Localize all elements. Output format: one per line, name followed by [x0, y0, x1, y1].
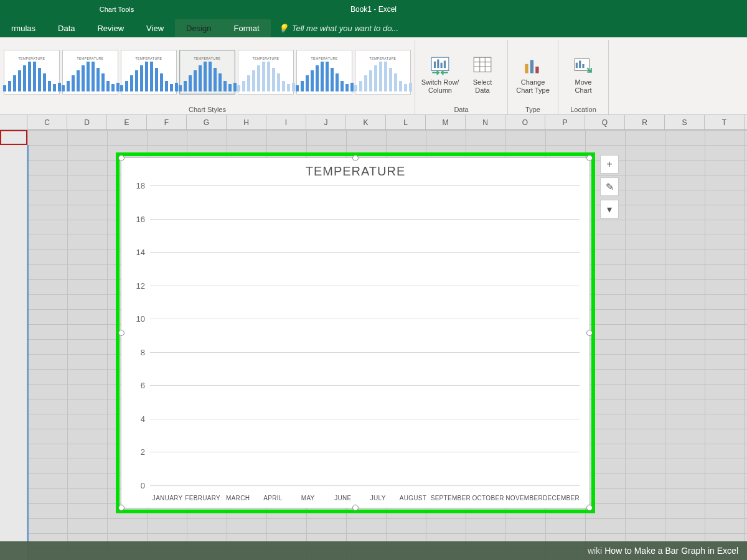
change-chart-type-button[interactable]: Change Chart Type [512, 45, 554, 105]
chart-filters-button[interactable]: ▾ [600, 200, 619, 218]
group-label-location: Location [570, 106, 596, 113]
tutorial-footer: wiki How to Make a Bar Graph in Excel [0, 541, 747, 560]
col-header[interactable]: M [426, 115, 466, 129]
tell-me-search[interactable]: 💡 Tell me what you want to do... [271, 19, 406, 37]
y-tick-label: 12 [136, 281, 145, 290]
switch-row-column-button[interactable]: Switch Row/ Column [419, 45, 461, 105]
tab-design[interactable]: Design [175, 19, 222, 37]
group-data: Switch Row/ Column Select Data Data [415, 40, 508, 114]
y-tick-label: 18 [136, 181, 145, 190]
col-header[interactable]: P [545, 115, 585, 129]
resize-handle[interactable] [352, 155, 359, 161]
x-tick-label: FEBRUARY [185, 495, 220, 502]
row-headers[interactable] [0, 130, 27, 560]
x-tick-label: JULY [360, 495, 395, 502]
chart-style-7[interactable]: TEMPERATURE [355, 50, 411, 95]
col-header[interactable]: J [306, 115, 346, 129]
chart-style-2[interactable]: TEMPERATURE [62, 50, 118, 95]
group-label-styles: Chart Styles [189, 106, 226, 113]
resize-handle[interactable] [586, 330, 593, 336]
col-header[interactable]: Q [585, 115, 625, 129]
col-header[interactable]: D [67, 115, 107, 129]
lightbulb-icon: 💡 [278, 24, 288, 33]
group-label-type: Type [525, 106, 540, 113]
col-header[interactable]: L [386, 115, 426, 129]
x-tick-label: AUGUST [395, 495, 430, 502]
select-data-button[interactable]: Select Data [461, 45, 504, 105]
col-header[interactable]: N [466, 115, 505, 129]
plot-area[interactable] [150, 185, 580, 485]
resize-handle[interactable] [586, 505, 593, 511]
x-tick-label: JANUARY [150, 495, 185, 502]
funnel-icon: ▾ [607, 203, 612, 215]
col-header[interactable]: K [346, 115, 386, 129]
resize-handle[interactable] [118, 505, 125, 511]
chart-styles-button[interactable]: ✎ [600, 177, 619, 196]
svg-rect-1 [474, 57, 491, 72]
footer-title: How to Make a Bar Graph in Excel [604, 546, 738, 556]
chart-flyout-buttons: + ✎ ▾ [600, 155, 619, 218]
tab-view[interactable]: View [135, 19, 175, 37]
col-header[interactable]: G [187, 115, 227, 129]
tab-formulas[interactable]: rmulas [0, 19, 47, 37]
column-headers: C D E F G H I J K L M N O P Q R S T [0, 115, 747, 130]
select-all-corner[interactable] [0, 115, 27, 129]
col-header[interactable]: F [147, 115, 187, 129]
col-header[interactable]: O [505, 115, 545, 129]
col-header[interactable]: R [625, 115, 665, 129]
x-tick-label: OCTOBER [471, 495, 505, 502]
x-tick-label: MARCH [220, 495, 255, 502]
col-header[interactable]: S [665, 115, 705, 129]
chart-styles-gallery[interactable]: TEMPERATURE TEMPERATURE TEMPERATURE TEMP… [4, 40, 411, 105]
resize-handle[interactable] [352, 505, 359, 511]
tell-me-placeholder: Tell me what you want to do... [292, 24, 399, 33]
move-chart-icon [573, 55, 594, 76]
y-tick-label: 0 [141, 481, 145, 490]
move-chart-button[interactable]: Move Chart [562, 45, 604, 105]
tab-format[interactable]: Format [223, 19, 271, 37]
footer-brand: wiki [588, 546, 602, 556]
chart-style-1[interactable]: TEMPERATURE [4, 50, 60, 95]
chart-style-4[interactable]: TEMPERATURE [179, 50, 235, 95]
x-tick-label: APRIL [255, 495, 290, 502]
tab-review[interactable]: Review [86, 19, 135, 37]
col-header[interactable]: E [107, 115, 147, 129]
col-header[interactable]: C [27, 115, 67, 129]
tutorial-highlight: TEMPERATURE 024681012141618 JANUARYFEBRU… [116, 152, 595, 513]
resize-handle[interactable] [118, 155, 125, 161]
ribbon: TEMPERATURE TEMPERATURE TEMPERATURE TEMP… [0, 37, 747, 115]
chart-style-5[interactable]: TEMPERATURE [238, 50, 294, 95]
title-bar: Chart Tools Book1 - Excel [0, 0, 747, 19]
chart-elements-button[interactable]: + [600, 155, 619, 174]
worksheet-area[interactable]: C D E F G H I J K L M N O P Q R S T T [0, 115, 747, 560]
y-tick-label: 2 [141, 447, 145, 457]
chart-style-6[interactable]: TEMPERATURE [296, 50, 352, 95]
svg-rect-6 [525, 64, 528, 73]
x-axis-labels: JANUARYFEBRUARYMARCHAPRILMAYJUNEJULYAUGU… [150, 495, 580, 502]
chart-style-3[interactable]: TEMPERATURE [121, 50, 177, 95]
y-tick-label: 10 [136, 314, 145, 324]
svg-rect-8 [535, 67, 538, 73]
x-tick-label: DECEMBER [543, 495, 580, 502]
col-header[interactable]: H [227, 115, 266, 129]
group-type: Change Chart Type Type [508, 40, 558, 114]
svg-rect-7 [530, 60, 533, 73]
plus-icon: + [606, 159, 612, 170]
x-tick-label: JUNE [326, 495, 360, 502]
ribbon-tabs: rmulas Data Review View Design Format 💡 … [0, 19, 747, 37]
select-data-icon [472, 55, 493, 76]
resize-handle[interactable] [586, 155, 593, 161]
chart-title[interactable]: TEMPERATURE [121, 158, 590, 181]
brush-icon: ✎ [606, 181, 614, 193]
chart-object[interactable]: TEMPERATURE 024681012141618 JANUARYFEBRU… [121, 157, 590, 508]
col-header[interactable]: T [705, 115, 745, 129]
resize-handle[interactable] [118, 330, 125, 336]
bar-series[interactable] [150, 185, 580, 485]
group-location: Move Chart Location [558, 40, 609, 114]
col-header[interactable]: I [266, 115, 306, 129]
x-tick-label: MAY [291, 495, 326, 502]
y-tick-label: 8 [141, 347, 145, 357]
selection-indicator [27, 145, 29, 543]
switch-icon [430, 55, 451, 76]
tab-data[interactable]: Data [47, 19, 86, 37]
